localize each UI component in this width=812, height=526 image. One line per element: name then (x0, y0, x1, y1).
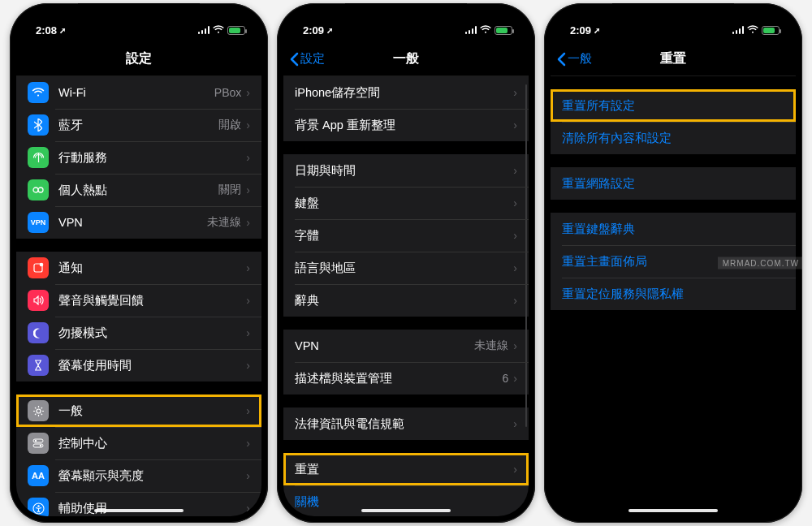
wifi-icon (480, 24, 491, 37)
row-label: 法律資訊與電信規範 (295, 416, 513, 432)
row-label: 通知 (58, 261, 246, 276)
row-value: 未連線 (474, 338, 508, 353)
svg-point-0 (33, 188, 38, 192)
row-dictionary[interactable]: 辭典› (283, 284, 529, 317)
row-label: iPhone儲存空間 (295, 85, 513, 101)
display-icon: AA (28, 465, 49, 486)
row-general[interactable]: 一般 › (16, 394, 261, 427)
row-sounds[interactable]: 聲音與觸覺回饋 › (16, 284, 261, 317)
wifi-icon (28, 82, 49, 103)
switches-icon (28, 433, 49, 454)
svg-point-8 (40, 445, 41, 446)
nav-bar: 設定 一般 (283, 42, 529, 76)
row-notifications[interactable]: 通知 › (16, 252, 261, 284)
hotspot-icon (28, 179, 49, 200)
chevron-right-icon: › (513, 197, 517, 209)
chevron-right-icon: › (513, 165, 517, 176)
chevron-right-icon: › (246, 360, 250, 371)
svg-rect-6 (33, 444, 43, 447)
row-accessibility[interactable]: 輔助使用 › (16, 492, 261, 516)
chevron-right-icon: › (246, 119, 250, 131)
row-label: 螢幕使用時間 (58, 358, 246, 373)
row-reset-location[interactable]: 重置定位服務與隱私權 (551, 278, 796, 310)
row-label: 控制中心 (58, 436, 246, 451)
chevron-right-icon: › (513, 340, 517, 351)
watermark: MRMAD.COM.TW (718, 257, 804, 269)
chevron-right-icon: › (246, 438, 250, 449)
cell-signal-icon (465, 26, 477, 34)
notch (78, 3, 200, 24)
notch (345, 3, 467, 24)
battery-icon (495, 26, 512, 35)
row-dnd[interactable]: 勿擾模式 › (16, 317, 261, 349)
page-title: 重置 (660, 50, 686, 67)
row-screentime[interactable]: 螢幕使用時間 › (16, 349, 261, 382)
svg-point-4 (37, 409, 41, 413)
phone-frame-1: 2:08 ➚ 設定 Wi-Fi PBox (10, 3, 268, 523)
chevron-right-icon: › (246, 502, 250, 514)
row-control-center[interactable]: 控制中心 › (16, 427, 261, 459)
row-label: 行動服務 (58, 150, 246, 166)
chevron-right-icon: › (246, 184, 250, 196)
row-hotspot[interactable]: 個人熱點 關閉 › (16, 174, 261, 206)
row-reset-network[interactable]: 重置網路設定 (551, 167, 796, 200)
chevron-right-icon: › (513, 295, 517, 306)
accessibility-icon (28, 498, 49, 516)
row-erase-all[interactable]: 清除所有內容和設定 (551, 122, 796, 154)
chevron-right-icon: › (246, 470, 250, 481)
row-display[interactable]: AA 螢幕顯示與亮度 › (16, 459, 261, 492)
row-vpn[interactable]: VPN 未連線 › (283, 330, 529, 362)
reset-list[interactable]: 重置所有設定 清除所有內容和設定 重置網路設定 重置鍵盤辭典 重置主畫面佈局 (551, 76, 796, 516)
row-wifi[interactable]: Wi-Fi PBox › (16, 76, 261, 109)
row-datetime[interactable]: 日期與時間› (283, 154, 529, 187)
chevron-right-icon: › (246, 152, 250, 163)
home-indicator[interactable] (361, 509, 451, 512)
cell-signal-icon (732, 26, 745, 34)
chevron-right-icon: › (513, 418, 517, 429)
cellular-icon (28, 147, 49, 168)
row-label: Wi-Fi (58, 86, 214, 99)
chevron-right-icon: › (513, 373, 517, 384)
battery-icon (762, 26, 780, 35)
chevron-right-icon: › (246, 295, 250, 306)
svg-point-1 (38, 188, 43, 192)
svg-rect-5 (33, 439, 43, 442)
row-profiles[interactable]: 描述檔與裝置管理 6 › (283, 362, 529, 394)
row-keyboard[interactable]: 鍵盤› (283, 187, 529, 219)
row-label: 辭典 (295, 293, 513, 308)
row-language[interactable]: 語言與地區› (283, 252, 529, 284)
battery-icon (227, 26, 245, 35)
home-indicator[interactable] (628, 509, 718, 512)
back-button[interactable]: 設定 (290, 51, 325, 67)
row-reset-all-settings[interactable]: 重置所有設定 (551, 89, 796, 122)
chevron-right-icon: › (246, 327, 250, 338)
location-icon: ➚ (59, 26, 66, 35)
general-list[interactable]: iPhone儲存空間 › 背景 App 重新整理 › 日期與時間› 鍵盤› 字體… (283, 76, 529, 516)
row-label: 個人熱點 (58, 183, 218, 198)
svg-point-7 (35, 440, 37, 442)
home-indicator[interactable] (94, 509, 184, 512)
row-value: 6 (503, 372, 509, 385)
row-fonts[interactable]: 字體› (283, 219, 529, 252)
row-value: 開啟 (218, 118, 241, 132)
clock: 2:09 (570, 24, 591, 37)
settings-list[interactable]: Wi-Fi PBox › 藍牙 開啟 › 行動服務 (16, 76, 261, 516)
row-label: 螢幕顯示與亮度 (58, 468, 246, 484)
row-background-refresh[interactable]: 背景 App 重新整理 › (283, 109, 529, 141)
row-label: 重置 (295, 462, 513, 477)
row-legal[interactable]: 法律資訊與電信規範› (283, 407, 529, 440)
sound-icon (28, 290, 49, 311)
row-bluetooth[interactable]: 藍牙 開啟 › (16, 109, 261, 141)
chevron-right-icon: › (246, 262, 250, 274)
clock: 2:08 (36, 24, 57, 37)
back-button[interactable]: 一般 (557, 51, 592, 67)
row-cellular[interactable]: 行動服務 › (16, 141, 261, 174)
row-storage[interactable]: iPhone儲存空間 › (283, 76, 529, 109)
row-reset[interactable]: 重置 › (283, 453, 529, 485)
row-reset-keyboard[interactable]: 重置鍵盤辭典 (551, 213, 796, 245)
row-vpn[interactable]: VPN VPN 未連線 › (16, 206, 261, 239)
chevron-right-icon: › (513, 230, 517, 241)
chevron-right-icon: › (513, 119, 517, 131)
gear-icon (28, 400, 49, 421)
row-value: 未連線 (207, 215, 241, 230)
